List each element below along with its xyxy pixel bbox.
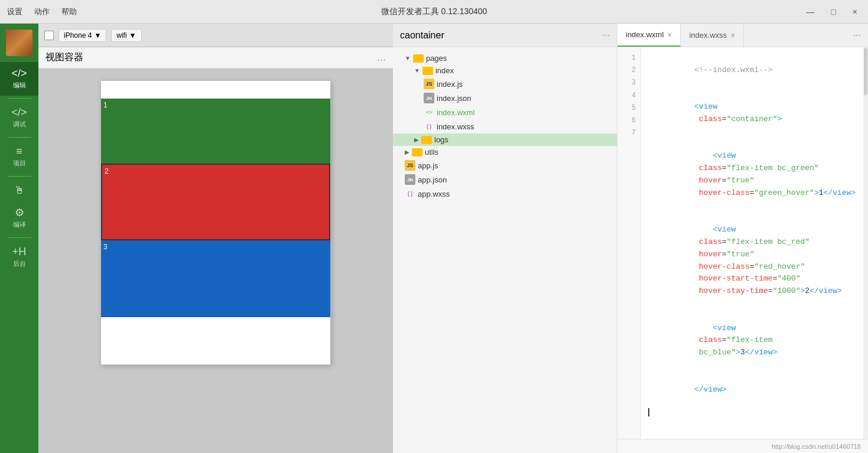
sidebar-divider-3 <box>8 176 31 177</box>
pages-folder-label: pages <box>426 54 447 63</box>
pages-folder-icon <box>413 54 424 63</box>
sidebar-label-debug: 调试 <box>13 120 26 129</box>
menu-help[interactable]: 帮助 <box>61 6 77 17</box>
tab-wxml-close[interactable]: × <box>667 30 672 40</box>
code-line-4: <view class="flex-item bc_red" hover="tr… <box>648 211 856 309</box>
compile-icon: ⚙ <box>15 207 24 218</box>
file-panel-dots[interactable]: ··· <box>602 30 610 41</box>
tree-item-index-json[interactable]: JN index.json <box>393 91 617 105</box>
tree-item-logs[interactable]: ▶ logs <box>393 133 617 146</box>
code-line-1: <!--index.wxml--> <box>648 52 856 89</box>
line-num-2: 2 <box>617 64 641 77</box>
device-name: iPhone 4 <box>64 31 92 40</box>
window-controls: — □ × <box>802 6 861 18</box>
sidebar-item-edit[interactable]: </> 编辑 <box>0 62 38 96</box>
maximize-button[interactable]: □ <box>827 6 839 18</box>
sidebar-item-compile[interactable]: ⚙ 编译 <box>0 201 38 235</box>
app-json-icon: JN <box>405 174 415 185</box>
sidebar-divider-4 <box>8 237 31 238</box>
menu-bar: 设置 动作 帮助 <box>7 6 77 17</box>
tree-item-index-wxml[interactable]: <> index.wxml <box>393 105 617 119</box>
backend-icon: +H <box>12 246 27 257</box>
tree-item-pages[interactable]: ▼ pages <box>393 52 617 64</box>
simulator-checkbox[interactable] <box>44 31 54 40</box>
app-wxss-label: app.wxss <box>418 190 450 198</box>
view-item-3: 3 <box>101 240 330 317</box>
simulator-screen-area: 1 2 3 <box>38 69 393 453</box>
network-selector[interactable]: wifi ▼ <box>111 29 141 42</box>
project-icon: ≡ <box>16 146 22 157</box>
pages-arrow: ▼ <box>405 55 411 61</box>
editor-scrollbar[interactable] <box>863 47 868 439</box>
utils-folder-label: utils <box>425 148 438 157</box>
tree-item-app-js[interactable]: JS app.js <box>393 158 617 172</box>
sidebar-item-backend[interactable]: +H 后台 <box>0 240 38 274</box>
edit-icon: </> <box>11 68 27 79</box>
view-item-2: 2 <box>101 164 330 240</box>
tab-index-wxml[interactable]: index.wxml × <box>617 24 681 47</box>
avatar-image <box>6 30 32 56</box>
sidebar-label-compile: 编译 <box>13 220 26 229</box>
line-numbers: 1 2 3 4 5 6 7 <box>617 47 641 439</box>
sidebar-label-backend: 后台 <box>13 259 26 268</box>
tab-wxss-close[interactable]: × <box>730 31 735 40</box>
tree-item-app-json[interactable]: JN app.json <box>393 172 617 187</box>
debug-icon: </> <box>11 107 27 118</box>
tree-item-index[interactable]: ▼ index <box>393 64 617 77</box>
logs-arrow: ▶ <box>414 136 419 143</box>
app-json-label: app.json <box>418 175 447 184</box>
minimize-button[interactable]: — <box>802 6 818 18</box>
app-js-label: app.js <box>418 161 438 170</box>
menu-settings[interactable]: 设置 <box>7 6 22 17</box>
file-tree: ▼ pages ▼ index JS index.js JN index.jso… <box>393 47 617 453</box>
editor-tab-dots[interactable]: ··· <box>846 24 868 47</box>
tree-item-app-wxss[interactable]: { } app.wxss <box>393 187 617 201</box>
tab-wxml-label: index.wxml <box>626 30 664 39</box>
sidebar: </> 编辑 </> 调试 ≡ 项目 🖱 ⚙ 编译 +H 后台 <box>0 24 38 453</box>
index-folder-icon <box>422 67 433 75</box>
code-tag-open: < <box>694 102 699 111</box>
editor-content: 1 2 3 4 5 6 7 <!--index.wxml--> <view cl… <box>617 47 868 439</box>
sidebar-item-project[interactable]: ≡ 项目 <box>0 140 38 174</box>
device-dropdown-icon: ▼ <box>94 31 101 40</box>
code-area[interactable]: <!--index.wxml--> <view class="container… <box>641 47 863 439</box>
code-line-3: <view class="flex-item bc_green" hover="… <box>648 138 856 212</box>
simulator-dots[interactable]: ... <box>377 51 386 64</box>
tree-item-utils[interactable]: ▶ utils <box>393 146 617 158</box>
index-folder-label: index <box>435 66 454 75</box>
app-wxss-icon: { } <box>405 188 415 199</box>
wxss-icon: { } <box>424 121 434 132</box>
line-num-1: 1 <box>617 52 641 64</box>
menu-actions[interactable]: 动作 <box>34 6 50 17</box>
file-panel-header: caontainer ··· <box>393 24 617 47</box>
code-attr-class: class <box>694 115 722 123</box>
tab-index-wxss[interactable]: index.wxss × <box>681 24 744 47</box>
editor-panel: index.wxml × index.wxss × ··· 1 2 3 4 5 … <box>617 24 868 453</box>
file-panel-title: caontainer <box>400 30 444 41</box>
index-arrow: ▼ <box>414 67 420 74</box>
sidebar-item-debug[interactable]: </> 调试 <box>0 101 38 135</box>
view-label-1: 1 <box>103 101 108 109</box>
avatar[interactable] <box>6 30 32 56</box>
main-layout: </> 编辑 </> 调试 ≡ 项目 🖱 ⚙ 编译 +H 后台 <box>0 24 868 453</box>
device-selector[interactable]: iPhone 4 ▼ <box>58 29 106 42</box>
tree-item-index-js[interactable]: JS index.js <box>393 77 617 91</box>
sidebar-item-components[interactable]: 🖱 <box>0 179 38 201</box>
logs-folder-label: logs <box>434 135 448 144</box>
view-label-2: 2 <box>105 167 109 175</box>
utils-arrow: ▶ <box>405 149 409 155</box>
index-wxml-label: index.wxml <box>437 108 474 117</box>
code-line-6: </view> <box>648 371 856 408</box>
app-title: 微信开发者工具 0.12.130400 <box>381 6 487 17</box>
line-num-5: 5 <box>617 102 641 115</box>
js-icon: JS <box>424 79 434 89</box>
code-line-2: <view class="container"> <box>648 89 856 138</box>
scrollbar-thumb[interactable] <box>864 48 867 95</box>
line-num-6: 6 <box>617 115 641 127</box>
title-bar: 设置 动作 帮助 微信开发者工具 0.12.130400 — □ × <box>0 0 868 24</box>
network-dropdown-icon: ▼ <box>129 31 136 40</box>
editor-tabs: index.wxml × index.wxss × ··· <box>617 24 868 47</box>
tree-item-index-wxss[interactable]: { } index.wxss <box>393 119 617 133</box>
simulator-window-title: 视图容器 ... <box>38 47 393 69</box>
close-button[interactable]: × <box>849 6 861 18</box>
